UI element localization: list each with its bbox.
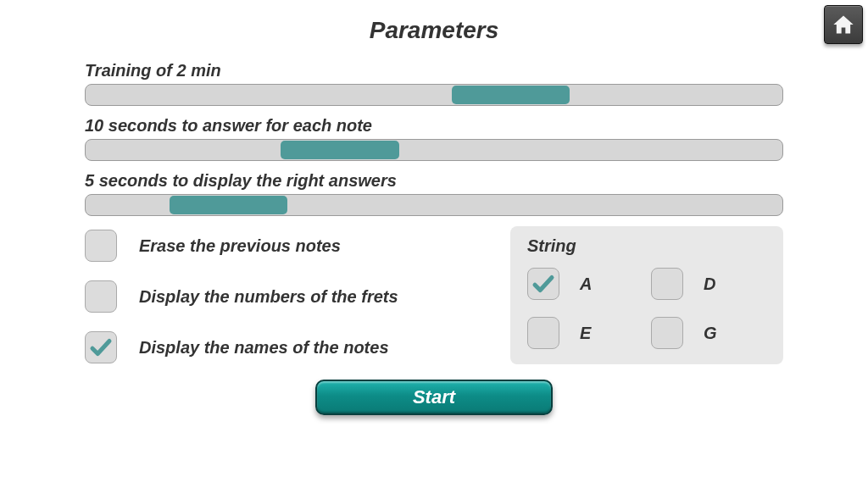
string-label: A [580,274,592,294]
string-label: G [704,324,717,343]
home-button[interactable] [824,5,863,44]
string-label: D [704,274,715,294]
checkbox-label: Display the numbers of the frets [139,287,398,307]
check-icon [88,335,114,360]
slider-label: 10 seconds to answer for each note [85,116,783,136]
slider-answer-time: 10 seconds to answer for each note [85,116,783,161]
page-title: Parameters [0,17,868,44]
checkbox-display-note-names[interactable] [85,331,117,363]
checkbox-string-e[interactable] [527,317,559,349]
slider-track[interactable] [85,194,783,216]
slider-thumb[interactable] [170,196,288,214]
slider-display-time: 5 seconds to display the right answers [85,171,783,216]
checkbox-label: Display the names of the notes [139,338,389,358]
slider-thumb[interactable] [452,86,570,104]
checkbox-label: Erase the previous notes [139,236,341,256]
slider-thumb[interactable] [281,141,399,159]
slider-training-duration: Training of 2 min [85,61,783,106]
string-panel: String A D E G [510,226,783,364]
parameters-form: Training of 2 min 10 seconds to answer f… [0,61,868,415]
slider-label: 5 seconds to display the right answers [85,171,783,191]
string-label: E [580,324,591,343]
slider-label: Training of 2 min [85,61,783,80]
checkbox-string-g[interactable] [651,317,683,349]
slider-track[interactable] [85,84,783,106]
checkbox-erase-previous[interactable] [85,230,117,262]
string-panel-title: String [527,236,766,256]
checkbox-display-frets[interactable] [85,280,117,313]
home-icon [832,13,855,36]
start-button[interactable]: Start [315,380,553,415]
check-icon [531,271,556,297]
checkbox-string-d[interactable] [651,268,683,300]
slider-track[interactable] [85,139,783,161]
checkbox-string-a[interactable] [527,268,559,300]
